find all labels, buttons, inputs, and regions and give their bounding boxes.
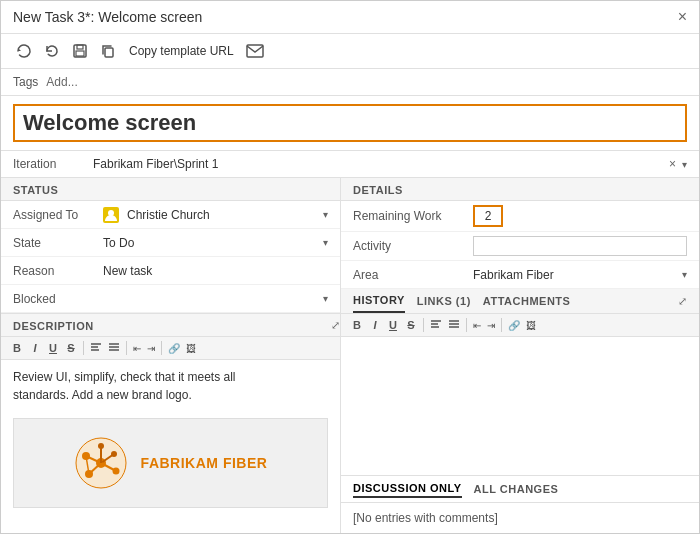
fabrikam-logo-icon	[74, 436, 129, 491]
close-button[interactable]: ×	[678, 9, 687, 25]
undo-icon[interactable]	[41, 40, 63, 62]
tab-links[interactable]: LINKS (1)	[417, 290, 471, 312]
description-text: Review UI, simplify, check that it meets…	[1, 360, 340, 412]
task-title-input[interactable]	[13, 104, 687, 142]
sub-tabs-bar: DISCUSSION ONLY ALL CHANGES	[341, 476, 699, 503]
hist-indent-2[interactable]: ⇥	[485, 319, 497, 332]
assigned-to-value: Christie Church	[127, 208, 319, 222]
hist-link-icon[interactable]: 🔗	[506, 319, 522, 332]
assigned-to-field: Christie Church ▾	[103, 207, 328, 223]
description-toolbar: B I U S ⇤ ⇥ 🔗 🖼	[1, 337, 340, 360]
state-row: State To Do ▾	[1, 229, 340, 257]
fabrikam-image: FABRIKAM FIBER	[13, 418, 328, 508]
hist-sep-1	[423, 318, 424, 332]
sub-tab-discussion[interactable]: DISCUSSION ONLY	[353, 480, 462, 498]
remaining-work-value[interactable]: 2	[473, 205, 503, 227]
hist-italic-button[interactable]: I	[367, 318, 383, 332]
state-field: To Do ▾	[103, 236, 328, 250]
main-window: New Task 3*: Welcome screen × Copy templ…	[0, 0, 700, 534]
state-value: To Do	[103, 236, 319, 250]
tab-history[interactable]: HISTORY	[353, 289, 405, 313]
underline-button[interactable]: U	[45, 341, 61, 355]
fabrikam-text: FABRIKAM FIBER	[141, 455, 268, 471]
description-header-bar: DESCRIPTION ⤢	[1, 313, 340, 337]
hist-sep-2	[466, 318, 467, 332]
sub-tab-all-changes[interactable]: ALL CHANGES	[474, 481, 559, 497]
desc-line-1: Review UI, simplify, check that it meets…	[13, 368, 328, 386]
svg-rect-1	[77, 45, 83, 49]
bold-button[interactable]: B	[9, 341, 25, 355]
activity-field	[473, 236, 687, 256]
email-icon[interactable]	[244, 40, 266, 62]
hist-sep-3	[501, 318, 502, 332]
area-arrow[interactable]: ▾	[682, 269, 687, 280]
remaining-work-field: 2	[473, 205, 687, 227]
area-field: Fabrikam Fiber ▾	[473, 268, 687, 282]
iteration-actions: × ▾	[669, 157, 687, 171]
refresh-icon[interactable]	[13, 40, 35, 62]
state-label: State	[13, 236, 103, 250]
italic-button[interactable]: I	[27, 341, 43, 355]
assigned-to-label: Assigned To	[13, 208, 103, 222]
reason-field: New task	[103, 264, 328, 278]
history-toolbar: B I U S ⇤ ⇥ 🔗 🖼	[341, 314, 699, 337]
description-header: DESCRIPTION	[1, 314, 331, 336]
no-entries-text: [No entries with comments]	[341, 503, 699, 533]
tags-bar: Tags Add...	[1, 69, 699, 96]
assigned-to-row: Assigned To Christie Church ▾	[1, 201, 340, 229]
hist-format-icon-2[interactable]	[446, 317, 462, 333]
remaining-work-label: Remaining Work	[353, 209, 473, 223]
title-bar: New Task 3*: Welcome screen ×	[1, 1, 699, 34]
right-panel: DETAILS Remaining Work 2 Activity Area F…	[341, 178, 699, 533]
indent-icon-1[interactable]: ⇤	[131, 342, 143, 355]
state-arrow[interactable]: ▾	[323, 237, 328, 248]
format-icon-2[interactable]	[106, 340, 122, 356]
area-label: Area	[353, 268, 473, 282]
history-entry-area	[341, 337, 699, 476]
image-icon[interactable]: 🖼	[184, 342, 198, 355]
link-icon[interactable]: 🔗	[166, 342, 182, 355]
save-icon[interactable]	[69, 40, 91, 62]
toolbar-sep-2	[126, 341, 127, 355]
hist-indent-1[interactable]: ⇤	[471, 319, 483, 332]
toolbar-sep-3	[161, 341, 162, 355]
description-expand-button[interactable]: ⤢	[331, 319, 340, 332]
description-section: DESCRIPTION ⤢ B I U S ⇤	[1, 313, 340, 533]
toolbar-sep-1	[83, 341, 84, 355]
title-section	[1, 96, 699, 151]
assigned-avatar	[103, 207, 119, 223]
format-icon-1[interactable]	[88, 340, 104, 356]
copy-template-url-button[interactable]: Copy template URL	[125, 42, 238, 60]
tags-add-button[interactable]: Add...	[46, 75, 77, 89]
tab-attachments[interactable]: ATTACHMENTS	[483, 290, 571, 312]
strikethrough-button[interactable]: S	[63, 341, 79, 355]
iteration-label: Iteration	[13, 157, 93, 171]
blocked-field: ▾	[103, 293, 328, 304]
hist-bold-button[interactable]: B	[349, 318, 365, 332]
iteration-row: Iteration Fabrikam Fiber\Sprint 1 × ▾	[1, 151, 699, 178]
iteration-dropdown-button[interactable]: ▾	[682, 159, 687, 170]
iteration-clear-button[interactable]: ×	[669, 157, 676, 171]
hist-underline-button[interactable]: U	[385, 318, 401, 332]
svg-rect-2	[76, 51, 84, 56]
reason-label: Reason	[13, 264, 103, 278]
tags-label: Tags	[13, 75, 38, 89]
assigned-to-arrow[interactable]: ▾	[323, 209, 328, 220]
details-header: DETAILS	[341, 178, 699, 201]
activity-input[interactable]	[473, 236, 687, 256]
hist-format-icon-1[interactable]	[428, 317, 444, 333]
copy-page-icon[interactable]	[97, 40, 119, 62]
history-expand-button[interactable]: ⤢	[678, 295, 687, 308]
hist-image-icon[interactable]: 🖼	[524, 319, 538, 332]
remaining-work-row: Remaining Work 2	[341, 201, 699, 232]
blocked-label: Blocked	[13, 292, 103, 306]
indent-icon-2[interactable]: ⇥	[145, 342, 157, 355]
svg-rect-4	[247, 45, 263, 57]
history-tabs-bar: HISTORY LINKS (1) ATTACHMENTS ⤢	[341, 289, 699, 314]
reason-row: Reason New task	[1, 257, 340, 285]
blocked-arrow[interactable]: ▾	[323, 293, 328, 304]
hist-strikethrough-button[interactable]: S	[403, 318, 419, 332]
reason-value: New task	[103, 264, 328, 278]
area-row: Area Fabrikam Fiber ▾	[341, 261, 699, 289]
main-content: STATUS Assigned To Christie Church ▾ Sta…	[1, 178, 699, 533]
